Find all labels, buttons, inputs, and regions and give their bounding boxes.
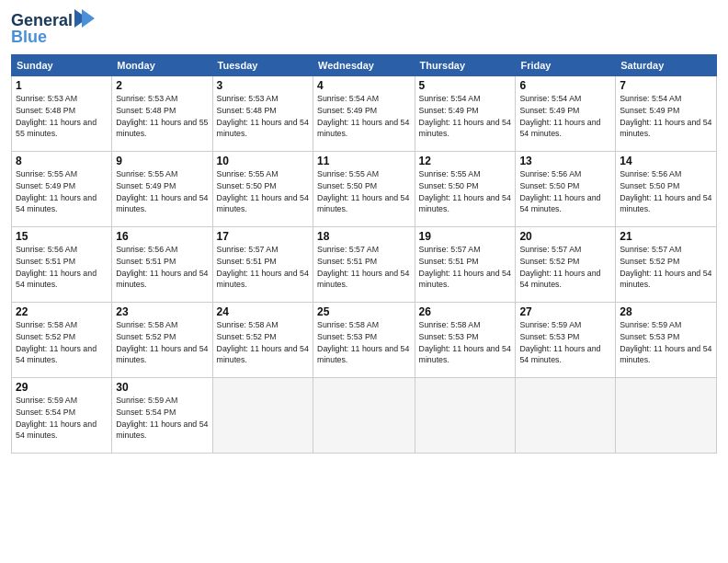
day-info: Sunrise: 5:58 AMSunset: 5:52 PMDaylight:… (217, 319, 309, 366)
day-info: Sunrise: 5:56 AMSunset: 5:51 PMDaylight:… (16, 244, 108, 291)
calendar-cell: 26Sunrise: 5:58 AMSunset: 5:53 PMDayligh… (415, 303, 516, 378)
calendar-cell: 15Sunrise: 5:56 AMSunset: 5:51 PMDayligh… (12, 227, 112, 303)
day-number: 7 (620, 79, 712, 92)
week-row-5: 29Sunrise: 5:59 AMSunset: 5:54 PMDayligh… (12, 378, 717, 454)
col-header-friday: Friday (516, 55, 616, 76)
calendar-cell: 27Sunrise: 5:59 AMSunset: 5:53 PMDayligh… (516, 303, 616, 378)
calendar-cell: 30Sunrise: 5:59 AMSunset: 5:54 PMDayligh… (112, 378, 212, 454)
calendar-cell (616, 378, 717, 454)
day-number: 3 (217, 79, 309, 92)
day-number: 16 (116, 230, 208, 243)
calendar-cell: 4Sunrise: 5:54 AMSunset: 5:49 PMDaylight… (313, 76, 415, 152)
day-info: Sunrise: 5:56 AMSunset: 5:50 PMDaylight:… (519, 168, 611, 215)
day-info: Sunrise: 5:59 AMSunset: 5:54 PMDaylight:… (16, 395, 108, 442)
main-container: General Blue SundayMondayTuesdayWednesda… (0, 0, 728, 459)
day-info: Sunrise: 5:58 AMSunset: 5:53 PMDaylight:… (419, 319, 512, 366)
day-number: 28 (620, 305, 712, 318)
day-info: Sunrise: 5:54 AMSunset: 5:49 PMDaylight:… (317, 93, 411, 140)
calendar-cell: 12Sunrise: 5:55 AMSunset: 5:50 PMDayligh… (415, 152, 516, 227)
col-header-monday: Monday (112, 55, 212, 76)
day-number: 2 (116, 79, 208, 92)
day-number: 1 (16, 79, 108, 92)
day-info: Sunrise: 5:53 AMSunset: 5:48 PMDaylight:… (16, 93, 108, 140)
calendar-cell: 8Sunrise: 5:55 AMSunset: 5:49 PMDaylight… (12, 152, 112, 227)
calendar-cell (212, 378, 313, 454)
day-info: Sunrise: 5:58 AMSunset: 5:52 PMDaylight:… (16, 319, 108, 366)
calendar-cell: 23Sunrise: 5:58 AMSunset: 5:52 PMDayligh… (112, 303, 212, 378)
day-number: 26 (419, 305, 512, 318)
day-number: 5 (419, 79, 512, 92)
calendar-cell: 10Sunrise: 5:55 AMSunset: 5:50 PMDayligh… (212, 152, 313, 227)
day-info: Sunrise: 5:59 AMSunset: 5:53 PMDaylight:… (519, 319, 611, 366)
calendar-cell: 29Sunrise: 5:59 AMSunset: 5:54 PMDayligh… (12, 378, 112, 454)
logo: General Blue (11, 9, 95, 47)
calendar-cell: 2Sunrise: 5:53 AMSunset: 5:48 PMDaylight… (112, 76, 212, 152)
calendar-cell: 20Sunrise: 5:57 AMSunset: 5:52 PMDayligh… (516, 227, 616, 303)
day-info: Sunrise: 5:56 AMSunset: 5:50 PMDaylight:… (620, 168, 712, 215)
day-info: Sunrise: 5:54 AMSunset: 5:49 PMDaylight:… (419, 93, 512, 140)
day-info: Sunrise: 5:59 AMSunset: 5:54 PMDaylight:… (116, 395, 208, 442)
day-number: 27 (519, 305, 611, 318)
day-number: 24 (217, 305, 309, 318)
calendar-cell (415, 378, 516, 454)
calendar-cell (313, 378, 415, 454)
calendar-header-row: SundayMondayTuesdayWednesdayThursdayFrid… (12, 55, 717, 76)
day-info: Sunrise: 5:55 AMSunset: 5:49 PMDaylight:… (16, 168, 108, 215)
day-info: Sunrise: 5:53 AMSunset: 5:48 PMDaylight:… (217, 93, 309, 140)
day-info: Sunrise: 5:57 AMSunset: 5:51 PMDaylight:… (419, 244, 512, 291)
day-info: Sunrise: 5:54 AMSunset: 5:49 PMDaylight:… (620, 93, 712, 140)
calendar-cell: 5Sunrise: 5:54 AMSunset: 5:49 PMDaylight… (415, 76, 516, 152)
day-number: 11 (317, 155, 411, 167)
calendar-cell: 6Sunrise: 5:54 AMSunset: 5:49 PMDaylight… (516, 76, 616, 152)
day-info: Sunrise: 5:57 AMSunset: 5:52 PMDaylight:… (620, 244, 712, 291)
calendar-cell: 19Sunrise: 5:57 AMSunset: 5:51 PMDayligh… (415, 227, 516, 303)
day-info: Sunrise: 5:57 AMSunset: 5:51 PMDaylight:… (317, 244, 411, 291)
day-number: 20 (519, 230, 611, 243)
day-info: Sunrise: 5:56 AMSunset: 5:51 PMDaylight:… (116, 244, 208, 291)
day-number: 14 (620, 155, 712, 167)
day-number: 25 (317, 305, 411, 318)
calendar-table: SundayMondayTuesdayWednesdayThursdayFrid… (11, 54, 717, 454)
day-number: 22 (16, 305, 108, 318)
calendar-cell: 25Sunrise: 5:58 AMSunset: 5:53 PMDayligh… (313, 303, 415, 378)
day-info: Sunrise: 5:53 AMSunset: 5:48 PMDaylight:… (116, 93, 208, 140)
day-number: 29 (16, 381, 108, 394)
day-number: 10 (217, 155, 309, 167)
calendar-cell: 24Sunrise: 5:58 AMSunset: 5:52 PMDayligh… (212, 303, 313, 378)
col-header-saturday: Saturday (616, 55, 717, 76)
logo-arrow (74, 9, 95, 31)
calendar-cell: 1Sunrise: 5:53 AMSunset: 5:48 PMDaylight… (12, 76, 112, 152)
day-number: 19 (419, 230, 512, 243)
day-number: 17 (217, 230, 309, 243)
day-number: 4 (317, 79, 411, 92)
calendar-cell: 7Sunrise: 5:54 AMSunset: 5:49 PMDaylight… (616, 76, 717, 152)
day-info: Sunrise: 5:55 AMSunset: 5:49 PMDaylight:… (116, 168, 208, 215)
week-row-1: 1Sunrise: 5:53 AMSunset: 5:48 PMDaylight… (12, 76, 717, 152)
day-info: Sunrise: 5:55 AMSunset: 5:50 PMDaylight:… (317, 168, 411, 215)
calendar-cell: 9Sunrise: 5:55 AMSunset: 5:49 PMDaylight… (112, 152, 212, 227)
day-info: Sunrise: 5:58 AMSunset: 5:53 PMDaylight:… (317, 319, 411, 366)
logo-blue: Blue (11, 28, 47, 47)
calendar-cell: 22Sunrise: 5:58 AMSunset: 5:52 PMDayligh… (12, 303, 112, 378)
calendar-cell: 16Sunrise: 5:56 AMSunset: 5:51 PMDayligh… (112, 227, 212, 303)
calendar-cell: 13Sunrise: 5:56 AMSunset: 5:50 PMDayligh… (516, 152, 616, 227)
day-info: Sunrise: 5:55 AMSunset: 5:50 PMDaylight:… (217, 168, 309, 215)
calendar-cell: 14Sunrise: 5:56 AMSunset: 5:50 PMDayligh… (616, 152, 717, 227)
calendar-cell: 28Sunrise: 5:59 AMSunset: 5:53 PMDayligh… (616, 303, 717, 378)
day-number: 18 (317, 230, 411, 243)
day-info: Sunrise: 5:55 AMSunset: 5:50 PMDaylight:… (419, 168, 512, 215)
svg-marker-1 (82, 9, 95, 28)
day-number: 9 (116, 155, 208, 167)
day-number: 8 (16, 155, 108, 167)
col-header-wednesday: Wednesday (313, 55, 415, 76)
day-number: 13 (519, 155, 611, 167)
calendar-cell (516, 378, 616, 454)
calendar-cell: 21Sunrise: 5:57 AMSunset: 5:52 PMDayligh… (616, 227, 717, 303)
calendar-cell: 3Sunrise: 5:53 AMSunset: 5:48 PMDaylight… (212, 76, 313, 152)
calendar-cell: 18Sunrise: 5:57 AMSunset: 5:51 PMDayligh… (313, 227, 415, 303)
day-info: Sunrise: 5:57 AMSunset: 5:51 PMDaylight:… (217, 244, 309, 291)
day-number: 6 (519, 79, 611, 92)
calendar-cell: 11Sunrise: 5:55 AMSunset: 5:50 PMDayligh… (313, 152, 415, 227)
col-header-sunday: Sunday (12, 55, 112, 76)
col-header-tuesday: Tuesday (212, 55, 313, 76)
